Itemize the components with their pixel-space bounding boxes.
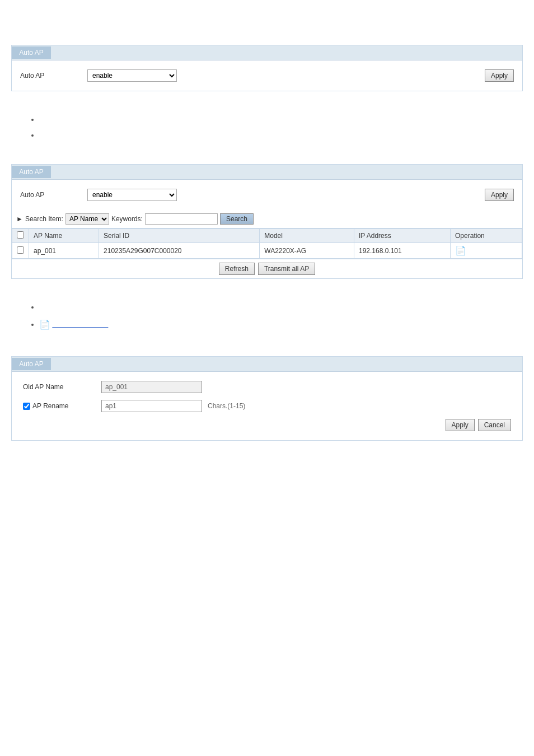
row-ap-name: ap_001	[29, 243, 99, 259]
section2-apply-button[interactable]: Apply	[485, 189, 514, 201]
rename-buttons: Apply Cancel	[23, 419, 511, 431]
section1-auto-ap-label: Auto AP	[20, 72, 87, 80]
ap-rename-input[interactable]	[101, 400, 202, 412]
search-arrow-icon: ►	[16, 215, 23, 223]
bullet2-link[interactable]	[52, 320, 108, 328]
row-model: WA2220X-AG	[260, 243, 354, 259]
ap-rename-row: AP Rename Chars.(1-15)	[23, 400, 511, 412]
bullet2-transmit-icon: 📄	[39, 320, 50, 329]
section1-apply-button[interactable]: Apply	[485, 69, 514, 82]
ap-rename-label: AP Rename	[23, 402, 101, 410]
chars-hint: Chars.(1-15)	[208, 402, 245, 410]
row-serial-id: 210235A29G007C000020	[99, 243, 260, 259]
table-header-row: AP Name Serial ID Model IP Address Opera…	[12, 229, 522, 243]
col-serial-id: Serial ID	[99, 229, 260, 243]
rename-cancel-button[interactable]: Cancel	[478, 419, 511, 431]
section1-panel: Auto AP Auto AP enable disable Apply	[11, 45, 523, 91]
rename-apply-button[interactable]: Apply	[446, 419, 475, 431]
section1-form-row: Auto AP enable disable Apply	[20, 66, 514, 85]
col-ip-address: IP Address	[354, 229, 450, 243]
refresh-button[interactable]: Refresh	[219, 263, 255, 275]
section1-title: Auto AP	[12, 46, 51, 59]
col-ap-name: AP Name	[29, 229, 99, 243]
ap-table: AP Name Serial ID Model IP Address Opera…	[12, 228, 522, 259]
col-checkbox	[12, 229, 29, 243]
section2-bullet-2: 📄	[39, 315, 523, 335]
section1-header-bar: Auto AP	[12, 45, 522, 60]
section1-auto-ap-select[interactable]: enable disable	[87, 69, 177, 82]
col-model: Model	[260, 229, 354, 243]
row-checkbox[interactable]	[17, 246, 24, 254]
col-operation: Operation	[451, 229, 522, 243]
transmit-icon[interactable]: 📄	[455, 246, 466, 255]
table-footer: Refresh Transmit all AP	[12, 259, 522, 278]
search-bar: ► Search Item: AP Name Serial ID Model K…	[12, 210, 522, 228]
transmit-all-button[interactable]: Transmit all AP	[258, 263, 315, 275]
search-item-label: Search Item:	[25, 215, 63, 223]
ap-rename-checkbox-label: AP Rename	[23, 402, 101, 410]
keywords-input[interactable]	[145, 213, 218, 225]
search-button[interactable]: Search	[220, 213, 254, 225]
section1-body: Auto AP enable disable Apply	[12, 60, 522, 91]
search-item-select[interactable]: AP Name Serial ID Model	[65, 213, 109, 225]
table-row: ap_001 210235A29G007C000020 WA2220X-AG 1…	[12, 243, 522, 259]
ap-rename-label-text: AP Rename	[32, 402, 68, 410]
section2-bullets: 📄	[11, 289, 523, 345]
section3-body: Old AP Name AP Rename Chars.(1-15) Apply…	[12, 372, 522, 440]
section2-bullet-list: 📄	[22, 295, 523, 339]
keywords-label: Keywords:	[111, 215, 143, 223]
row-operation: 📄	[451, 243, 522, 259]
select-all-checkbox[interactable]	[17, 231, 24, 239]
section1-bullet-list	[22, 107, 523, 147]
section3-panel: Auto AP Old AP Name AP Rename Chars.(1-1…	[11, 356, 523, 441]
section2-body: Auto AP enable disable Apply	[12, 180, 522, 210]
section2-header-bar: Auto AP	[12, 165, 522, 180]
section1-bullets	[11, 101, 523, 153]
section2-form-row: Auto AP enable disable Apply	[20, 185, 514, 204]
section3-header-bar: Auto AP	[12, 357, 522, 372]
ap-rename-checkbox[interactable]	[23, 403, 30, 410]
section3-title: Auto AP	[12, 358, 51, 370]
section1-bullet-2	[39, 127, 523, 143]
section2-panel: Auto AP Auto AP enable disable Apply ► S…	[11, 164, 523, 279]
section2-bullet-1	[39, 299, 523, 315]
old-ap-name-label: Old AP Name	[23, 383, 101, 391]
section2-title: Auto AP	[12, 166, 51, 178]
section2-auto-ap-label: Auto AP	[20, 191, 87, 199]
section1-bullet-1	[39, 111, 523, 127]
old-ap-name-row: Old AP Name	[23, 381, 511, 393]
row-ip-address: 192.168.0.101	[354, 243, 450, 259]
old-ap-name-input	[101, 381, 202, 393]
section2-auto-ap-select[interactable]: enable disable	[87, 189, 177, 201]
row-checkbox-cell	[12, 243, 29, 259]
